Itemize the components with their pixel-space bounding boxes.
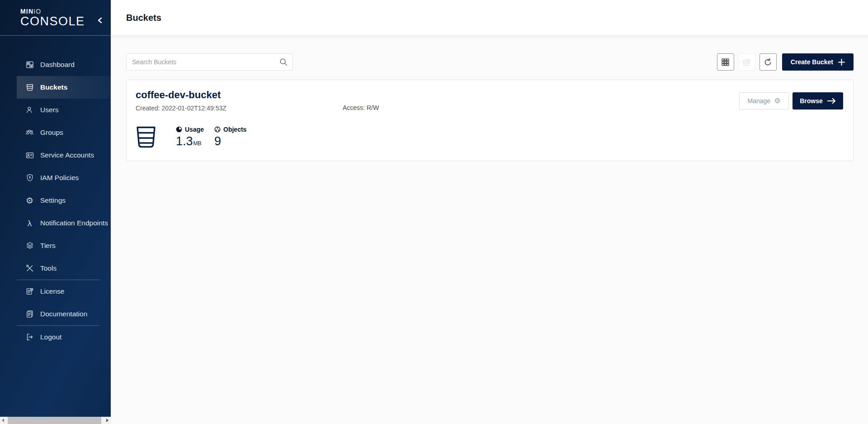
- sidebar-item-users[interactable]: Users: [0, 99, 111, 121]
- sidebar-item-tiers[interactable]: Tiers: [0, 234, 111, 257]
- objects-label-row: Objects: [214, 126, 246, 133]
- bucket-meta: Created: 2022-01-02T12:49:53Z Access: R/…: [136, 104, 843, 112]
- horizontal-scrollbar[interactable]: [0, 417, 111, 424]
- grid-view-button[interactable]: [717, 53, 734, 71]
- plus-icon: [838, 59, 845, 66]
- bucket-icon: [136, 126, 156, 148]
- service-accounts-icon: [25, 151, 34, 160]
- settings-gear-icon: ⚙: [25, 196, 34, 205]
- sidebar-item-documentation[interactable]: Documentation: [0, 303, 111, 325]
- objects-value-row: 9: [214, 134, 246, 148]
- objects-metric: Objects 9: [214, 126, 246, 148]
- usage-label-row: Usage: [176, 126, 204, 133]
- arrow-right-icon: [827, 98, 836, 104]
- usage-value: 1.3: [176, 134, 193, 148]
- sidebar-item-label: Groups: [40, 129, 63, 137]
- refresh-button[interactable]: [760, 53, 777, 71]
- sidebar-item-service-accounts[interactable]: Service Accounts: [0, 144, 111, 167]
- tools-icon: [25, 264, 34, 273]
- page-header: Buckets: [111, 0, 868, 36]
- browse-label: Browse: [800, 97, 823, 105]
- sidebar-item-label: Notification Endpoints: [40, 219, 108, 227]
- documentation-icon: [25, 310, 34, 319]
- usage-label: Usage: [185, 126, 204, 133]
- gear-icon: ⚙: [774, 97, 780, 105]
- sidebar-item-label: Tiers: [40, 242, 56, 250]
- tiers-layers-icon: [25, 241, 34, 251]
- objects-label: Objects: [223, 126, 246, 133]
- sidebar-item-label: Service Accounts: [40, 151, 94, 159]
- search-icon: [279, 57, 288, 67]
- bucket-card: coffee-dev-bucket Created: 2022-01-02T12…: [126, 80, 854, 161]
- logo-text-min: MIN: [20, 8, 33, 15]
- page-title: Buckets: [126, 13, 161, 23]
- usage-unit: MB: [193, 140, 202, 148]
- iam-policies-shield-icon: [25, 173, 34, 183]
- sidebar-item-label: Users: [40, 106, 58, 114]
- bucket-created: Created: 2022-01-02T12:49:53Z: [136, 105, 226, 112]
- create-bucket-label: Create Bucket: [791, 58, 833, 66]
- logo-area: MINIO CONSOLE: [0, 0, 111, 36]
- scrollbar-right-arrow[interactable]: [106, 419, 108, 422]
- sidebar-item-buckets[interactable]: Buckets: [0, 76, 111, 99]
- lambda-icon: λ: [25, 219, 34, 228]
- scrollbar-thumb[interactable]: [8, 417, 101, 424]
- usage-value-row: 1.3 MB: [176, 134, 204, 148]
- sidebar-collapse-button[interactable]: [96, 16, 104, 24]
- objects-icon: [214, 126, 221, 133]
- sidebar: MINIO CONSOLE Dashboard: [0, 0, 111, 417]
- create-bucket-button[interactable]: Create Bucket: [782, 53, 854, 71]
- usage-metric: Usage 1.3 MB: [176, 126, 204, 148]
- sidebar-item-label: Dashboard: [40, 61, 75, 69]
- sidebar-item-tools[interactable]: Tools: [0, 257, 111, 280]
- logo-text-io: IO: [33, 8, 41, 15]
- chevron-left-icon: [96, 16, 104, 24]
- minio-logo: MINIO: [20, 8, 111, 15]
- scrollbar-left-arrow[interactable]: [2, 419, 4, 422]
- sidebar-item-groups[interactable]: Groups: [0, 121, 111, 144]
- sidebar-item-label: IAM Policies: [40, 174, 79, 182]
- sidebar-item-settings[interactable]: ⚙ Settings: [0, 189, 111, 212]
- manage-button[interactable]: Manage ⚙: [739, 92, 789, 110]
- sidebar-item-logout[interactable]: Logout: [0, 326, 111, 348]
- license-icon: [25, 287, 34, 296]
- buckets-icon: [25, 83, 34, 92]
- dashboard-icon: [25, 60, 34, 70]
- bucket-access: Access: R/W: [343, 104, 379, 111]
- logout-icon: [25, 333, 34, 342]
- groups-icon: [25, 128, 34, 138]
- search-input[interactable]: [126, 53, 293, 71]
- sidebar-item-notification-endpoints[interactable]: λ Notification Endpoints: [0, 212, 111, 234]
- sidebar-item-license[interactable]: License: [0, 280, 111, 303]
- usage-pie-icon: [176, 126, 182, 133]
- manage-label: Manage: [748, 97, 771, 105]
- search-wrap: [126, 53, 293, 71]
- content-area: Create Bucket coffee-dev-bucket Created:…: [111, 36, 868, 161]
- sidebar-item-label: Documentation: [40, 310, 87, 318]
- main-area: Buckets: [111, 0, 868, 424]
- bucket-list-icon: [742, 57, 751, 67]
- minio-console-app: MINIO CONSOLE Dashboard: [0, 0, 868, 424]
- sidebar-item-label: License: [40, 287, 64, 295]
- sidebar-item-label: Logout: [40, 333, 61, 341]
- bucket-body: Usage 1.3 MB: [136, 126, 257, 148]
- sidebar-item-label: Tools: [40, 264, 57, 272]
- sidebar-item-iam-policies[interactable]: IAM Policies: [0, 167, 111, 189]
- users-icon: [25, 105, 34, 115]
- refresh-icon: [763, 57, 773, 67]
- bucket-name[interactable]: coffee-dev-bucket: [136, 89, 843, 101]
- sidebar-nav: Dashboard Buckets: [0, 36, 111, 348]
- grid-view-icon: [721, 57, 730, 67]
- buckets-toolbar: Create Bucket: [126, 53, 854, 71]
- objects-value: 9: [214, 134, 221, 148]
- sidebar-item-label: Settings: [40, 196, 66, 205]
- list-view-button: [738, 53, 755, 71]
- sidebar-item-label: Buckets: [40, 83, 67, 91]
- browse-button[interactable]: Browse: [793, 92, 843, 110]
- sidebar-item-dashboard[interactable]: Dashboard: [0, 53, 111, 76]
